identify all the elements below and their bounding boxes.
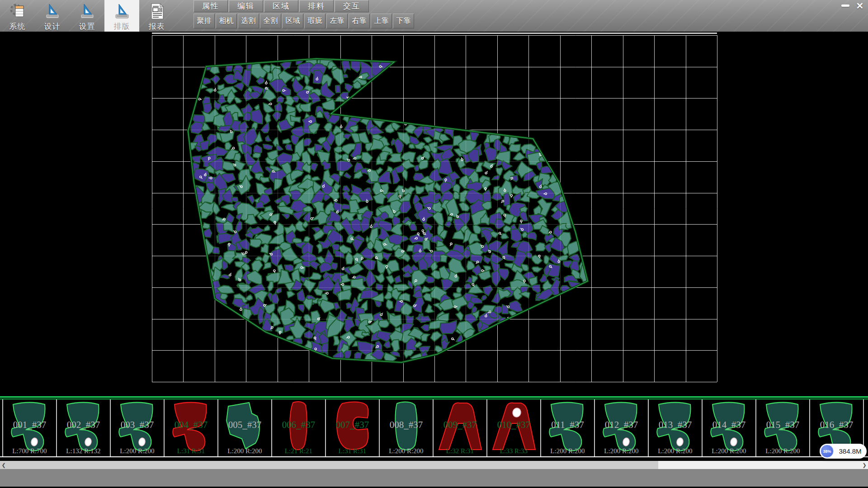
minimize-icon [841, 5, 849, 7]
part-thumbnail[interactable]: 008_#37L:200 R:200 [379, 399, 433, 456]
report-document-icon [147, 2, 167, 21]
part-counts: L:200 R:200 [703, 447, 755, 455]
part-label: 002_#37 [57, 419, 110, 431]
part-thumbnail[interactable]: 009_#37L:32 R:31 [433, 399, 486, 456]
part-thumbnail[interactable]: 015_#37L:200 R:200 [755, 399, 809, 456]
part-thumbnail[interactable]: 004_#37L:31 R:31 [164, 399, 217, 456]
part-label: 016_#37 [810, 419, 863, 431]
menu-tab-row: 属性 编辑 区域 排料 交互 [193, 0, 415, 13]
tab-system-label: 系统 [9, 21, 26, 32]
tab-report-label: 报表 [149, 21, 165, 32]
close-icon: ✕ [856, 1, 864, 10]
parts-strip-separator [0, 394, 868, 399]
part-counts: L:132 R:132 [57, 447, 110, 455]
menu-interaction[interactable]: 交互 [335, 0, 369, 12]
part-counts: L:200 R:200 [649, 447, 702, 455]
part-thumbnail[interactable]: 012_#37L:200 R:200 [594, 399, 648, 456]
parts-thumbnail-strip: 001_#37L:700 R:700 002_#37L:132 R:132 00… [0, 399, 868, 457]
tab-design-label: 设计 [44, 21, 61, 32]
progress-circle: 38% [821, 445, 834, 458]
part-counts: L:21 R:21 [272, 447, 325, 455]
part-counts: L:200 R:200 [541, 447, 594, 455]
menu-properties[interactable]: 属性 [193, 0, 228, 12]
tab-nesting-label: 排版 [114, 21, 130, 32]
bottom-status-strip [0, 469, 868, 487]
tool-align-bottom[interactable]: 下靠 [393, 14, 414, 28]
tool-defect[interactable]: 瑕疵 [304, 14, 326, 28]
part-label: 009_#37 [434, 419, 486, 431]
part-label: 005_#37 [218, 419, 271, 431]
part-counts: L:31 R:31 [326, 447, 379, 455]
part-thumbnail[interactable]: 006_#37L:21 R:21 [271, 399, 325, 456]
main-toolbar: 系统 设计 [0, 0, 868, 32]
part-label: 010_#37 [487, 419, 540, 431]
part-label: 015_#37 [756, 419, 809, 431]
tool-cluster-nest[interactable]: 聚排 [193, 14, 215, 28]
tab-settings[interactable]: 设置 [70, 0, 104, 32]
tool-align-left[interactable]: 左靠 [326, 14, 348, 28]
menu-region[interactable]: 区域 [264, 0, 298, 12]
settings-setsquare-icon [77, 2, 97, 21]
tool-select-cut[interactable]: 选割 [238, 14, 259, 28]
memory-status-badge: 38% 384.8M [820, 444, 867, 459]
part-label: 004_#37 [165, 419, 217, 431]
memory-value: 384.8M [834, 447, 867, 455]
part-counts: L:700 R:700 [3, 447, 56, 455]
part-thumbnail[interactable]: 002_#37L:132 R:132 [56, 399, 110, 456]
part-label: 013_#37 [649, 419, 702, 431]
part-counts: L:200 R:200 [595, 447, 648, 455]
tab-system[interactable]: 系统 [0, 0, 35, 32]
part-label: 007_#37 [326, 419, 379, 431]
scrollbar-thumb[interactable] [7, 461, 658, 469]
tool-align-top[interactable]: 上靠 [371, 14, 392, 28]
window-controls: ✕ [838, 0, 867, 11]
part-thumbnail[interactable]: 010_#37L:33 R:33 [486, 399, 540, 456]
tool-button-row: 聚排 相机 选割 全割 区域 瑕疵 左靠 右靠 上靠 下靠 [193, 14, 415, 31]
part-label: 003_#37 [111, 419, 164, 431]
part-label: 012_#37 [595, 419, 648, 431]
app-tab-bar: 系统 设计 [0, 0, 174, 32]
part-thumbnail[interactable]: 005_#37L:200 R:200 [217, 399, 271, 456]
part-counts: L:200 R:200 [111, 447, 164, 455]
part-counts: L:31 R:31 [165, 447, 217, 455]
part-label: 011_#37 [541, 419, 594, 431]
tool-camera[interactable]: 相机 [216, 14, 237, 28]
part-label: 006_#37 [272, 419, 325, 431]
tool-zone[interactable]: 区域 [282, 14, 303, 28]
close-button[interactable]: ✕ [853, 0, 867, 11]
horizontal-scrollbar[interactable]: ❮ ❯ [0, 461, 868, 469]
part-counts: L:200 R:200 [756, 447, 809, 455]
tab-nesting[interactable]: 排版 [104, 0, 139, 32]
part-thumbnail[interactable]: 001_#37L:700 R:700 [2, 399, 56, 456]
menu-nesting[interactable]: 排料 [299, 0, 334, 12]
part-label: 014_#37 [703, 419, 755, 431]
menu-block: 属性 编辑 区域 排料 交互 聚排 相机 选割 全割 区域 瑕疵 左靠 右靠 上… [193, 0, 415, 31]
part-counts: L:33 R:33 [487, 447, 540, 455]
scroll-right-icon[interactable]: ❯ [861, 461, 868, 469]
part-label: 008_#37 [380, 419, 433, 431]
part-thumbnail[interactable]: 007_#37L:31 R:31 [325, 399, 379, 456]
system-gear-icon [8, 2, 28, 21]
design-setsquare-icon [42, 2, 62, 21]
tool-align-right[interactable]: 右靠 [349, 14, 370, 28]
part-counts: L:32 R:31 [434, 447, 486, 455]
scroll-left-icon[interactable]: ❮ [0, 461, 7, 469]
minimize-button[interactable] [838, 0, 853, 11]
part-thumbnail[interactable]: 011_#37L:200 R:200 [540, 399, 594, 456]
part-thumbnail[interactable]: 013_#37L:200 R:200 [648, 399, 702, 456]
part-counts: L:200 R:200 [218, 447, 271, 455]
part-label: 001_#37 [3, 419, 56, 431]
tab-settings-label: 设置 [79, 21, 95, 32]
nesting-workspace [0, 32, 868, 394]
part-thumbnail[interactable]: 003_#37L:200 R:200 [110, 399, 164, 456]
part-thumbnail[interactable]: 014_#37L:200 R:200 [702, 399, 755, 456]
tool-cut-all[interactable]: 全割 [260, 14, 281, 28]
nesting-setsquare-icon [112, 2, 132, 21]
menu-edit[interactable]: 编辑 [229, 0, 263, 12]
tab-design[interactable]: 设计 [35, 0, 70, 32]
nesting-canvas[interactable] [0, 32, 868, 394]
tab-report[interactable]: 报表 [139, 0, 174, 32]
application-window: 系统 设计 [0, 0, 868, 488]
part-counts: L:200 R:200 [380, 447, 433, 455]
